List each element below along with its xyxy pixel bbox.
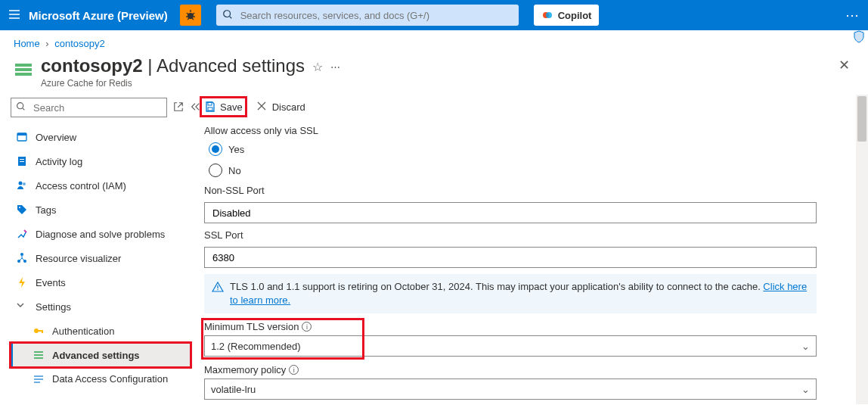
body: Overview Activity log Access control (IA… <box>0 95 868 404</box>
svg-rect-24 <box>34 357 43 359</box>
header-more-icon[interactable]: ⋯ <box>330 61 340 73</box>
close-blade-button[interactable]: ✕ <box>839 57 850 73</box>
save-button[interactable]: Save <box>204 101 243 113</box>
global-search[interactable] <box>216 5 519 26</box>
sidebar-item-access-control[interactable]: Access control (IAM) <box>11 173 191 198</box>
sidebar-item-tags[interactable]: Tags <box>11 198 191 222</box>
copilot-icon <box>541 9 553 21</box>
allow-ssl-label: Allow access only via SSL <box>204 125 848 136</box>
svg-rect-31 <box>217 289 218 290</box>
page-header: contosopy2 | Advanced settings Azure Cac… <box>0 52 868 95</box>
min-tls-dropdown[interactable]: 1.2 (Recommended) ⌄ <box>204 335 817 357</box>
svg-point-16 <box>20 253 23 256</box>
global-search-input[interactable] <box>239 9 513 22</box>
menu-icon[interactable] <box>8 8 21 23</box>
sidebar-item-diagnose[interactable]: Diagnose and solve problems <box>11 222 191 246</box>
ssl-port-label: SSL Port <box>204 229 848 241</box>
sidebar-group-settings[interactable]: Settings <box>11 294 191 319</box>
breadcrumb-home[interactable]: Home <box>14 38 40 49</box>
svg-rect-26 <box>34 379 43 380</box>
svg-point-0 <box>188 13 194 19</box>
info-icon[interactable]: i <box>289 365 299 375</box>
bug-icon[interactable] <box>180 5 201 26</box>
svg-rect-12 <box>20 161 24 162</box>
activity-log-icon <box>16 155 28 167</box>
data-access-icon <box>33 373 45 385</box>
tags-icon <box>16 204 28 216</box>
svg-rect-29 <box>208 107 212 111</box>
info-icon[interactable]: i <box>302 322 312 332</box>
svg-point-14 <box>23 182 26 185</box>
search-icon <box>16 101 28 114</box>
chevron-right-icon: › <box>45 38 48 49</box>
svg-point-3 <box>546 12 552 18</box>
min-tls-label: Minimum TLS version i <box>204 321 848 332</box>
resource-type-label: Azure Cache for Redis <box>41 78 305 89</box>
key-icon <box>33 325 45 337</box>
banner-text: TLS 1.0 and 1.1 support is retiring on O… <box>230 280 809 307</box>
sidebar-item-advanced-settings[interactable]: Advanced settings <box>11 343 191 367</box>
non-ssl-port-field[interactable] <box>204 202 817 223</box>
warning-icon <box>212 281 224 307</box>
maxmemory-value: volatile-lru <box>211 384 256 395</box>
scrollbar-vertical[interactable] <box>856 95 868 404</box>
svg-rect-23 <box>34 354 43 356</box>
chevron-down-icon: ⌄ <box>801 384 810 395</box>
ssl-yes-option[interactable]: Yes <box>209 142 848 156</box>
events-icon <box>16 276 28 288</box>
access-control-icon <box>16 179 28 192</box>
chevron-down-icon: ⌄ <box>801 341 810 352</box>
brand-label: Microsoft Azure (Preview) <box>29 9 168 22</box>
toolbar: Save Discard <box>204 95 848 120</box>
redis-resource-icon <box>14 60 35 82</box>
sidebar-search-input[interactable] <box>32 101 162 114</box>
sidebar: Overview Activity log Access control (IA… <box>0 95 191 404</box>
chevron-down-icon <box>16 301 28 313</box>
radio-unchecked-icon <box>209 164 222 177</box>
sidebar-item-data-access-config[interactable]: Data Access Configuration <box>11 367 191 391</box>
favorite-star-icon[interactable]: ☆ <box>312 60 323 74</box>
overview-icon <box>16 131 28 143</box>
sidebar-item-authentication[interactable]: Authentication <box>11 319 191 343</box>
ssl-port-input[interactable] <box>211 251 810 264</box>
svg-point-15 <box>19 207 20 208</box>
sidebar-search[interactable] <box>11 98 167 117</box>
discard-button[interactable]: Discard <box>256 101 305 113</box>
diagnose-icon <box>16 228 28 240</box>
discard-icon <box>256 101 268 113</box>
visualizer-icon <box>16 252 28 264</box>
svg-rect-22 <box>34 351 43 353</box>
breadcrumb-current[interactable]: contosopy2 <box>54 38 105 49</box>
svg-rect-11 <box>20 159 24 160</box>
svg-rect-21 <box>42 330 43 333</box>
maxmemory-dropdown[interactable]: volatile-lru ⌄ <box>204 379 817 400</box>
svg-rect-4 <box>15 64 32 67</box>
radio-checked-icon <box>209 142 222 156</box>
non-ssl-port-label: Non-SSL Port <box>204 185 848 196</box>
sidebar-item-activity-log[interactable]: Activity log <box>11 149 191 173</box>
svg-rect-9 <box>17 133 26 136</box>
sidebar-item-resource-visualizer[interactable]: Resource visualizer <box>11 246 191 270</box>
copilot-button[interactable]: Copilot <box>534 5 600 26</box>
tls-retirement-banner: TLS 1.0 and 1.1 support is retiring on O… <box>204 274 817 313</box>
ssl-no-option[interactable]: No <box>209 164 848 177</box>
scrollbar-thumb[interactable] <box>857 96 866 142</box>
maxmemory-label: Maxmemory policy i <box>204 364 848 375</box>
non-ssl-port-input[interactable] <box>211 207 810 220</box>
svg-rect-6 <box>15 73 32 76</box>
svg-point-13 <box>19 182 23 185</box>
settings-bars-icon <box>33 349 45 361</box>
search-icon <box>222 9 234 21</box>
svg-rect-25 <box>34 375 43 377</box>
azure-top-bar: Microsoft Azure (Preview) Copilot ⋯ <box>0 0 868 30</box>
sidebar-item-overview[interactable]: Overview <box>11 125 191 149</box>
svg-rect-27 <box>34 382 40 383</box>
top-more-icon[interactable]: ⋯ <box>845 7 860 23</box>
shield-icon <box>853 30 865 46</box>
svg-point-7 <box>17 103 23 109</box>
ssl-port-field[interactable] <box>204 247 817 268</box>
sidebar-item-events[interactable]: Events <box>11 270 191 294</box>
open-external-icon[interactable] <box>173 101 184 114</box>
svg-rect-5 <box>15 68 32 71</box>
min-tls-value: 1.2 (Recommended) <box>211 341 301 352</box>
